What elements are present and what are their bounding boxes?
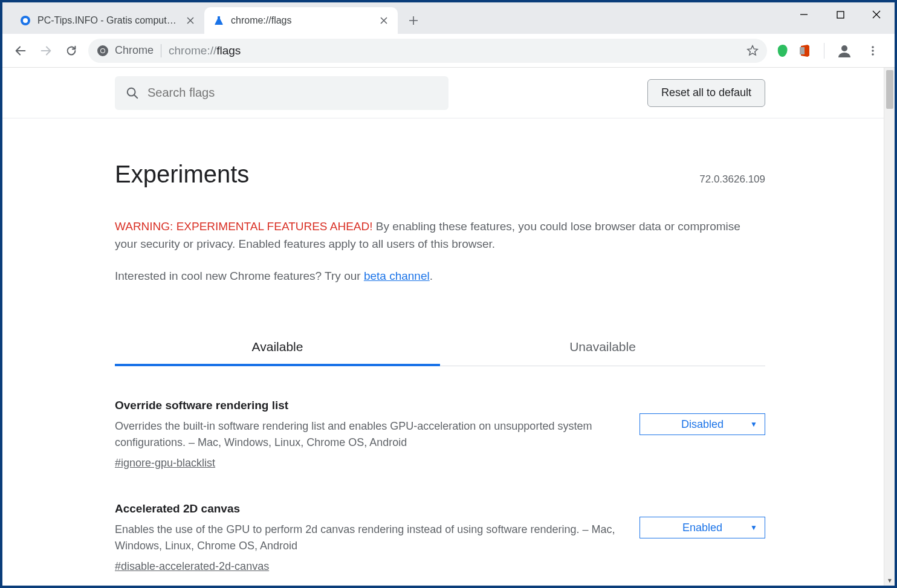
svg-point-9 xyxy=(872,46,874,48)
flag-title: Override software rendering list xyxy=(115,399,621,412)
browser-tab-inactive[interactable]: PC-Tips.INFO - Gratis computer t xyxy=(11,7,204,34)
flag-description: Enables the use of the GPU to perform 2d… xyxy=(115,522,621,554)
browser-window: PC-Tips.INFO - Gratis computer t chrome:… xyxy=(2,2,895,586)
reset-all-button[interactable]: Reset all to default xyxy=(647,79,765,107)
flag-description: Overrides the built-in software renderin… xyxy=(115,418,621,451)
browser-tab-active[interactable]: chrome://flags xyxy=(204,7,398,34)
chrome-menu-button[interactable] xyxy=(861,39,885,63)
tab-title: PC-Tips.INFO - Gratis computer t xyxy=(37,15,180,26)
titlebar: PC-Tips.INFO - Gratis computer t chrome:… xyxy=(2,2,895,34)
flask-icon xyxy=(213,15,225,27)
warning-text: WARNING: EXPERIMENTAL FEATURES AHEAD! By… xyxy=(115,218,765,253)
scroll-down-arrow-icon[interactable]: ▼ xyxy=(884,575,895,586)
omnibox[interactable]: Chrome chrome://flags xyxy=(88,39,767,63)
close-icon[interactable] xyxy=(378,15,389,26)
svg-rect-2 xyxy=(837,11,844,18)
version-label: 72.0.3626.109 xyxy=(699,173,765,186)
separator xyxy=(824,43,824,59)
flags-tabs: Available Unavailable xyxy=(115,330,765,366)
flag-select-value: Disabled xyxy=(681,418,724,431)
profile-avatar-icon[interactable] xyxy=(837,43,852,59)
favicon-icon xyxy=(19,15,31,27)
flag-title: Accelerated 2D canvas xyxy=(115,502,621,515)
close-window-button[interactable] xyxy=(858,2,895,27)
omnibox-chip-label: Chrome xyxy=(115,44,154,57)
chevron-down-icon: ▼ xyxy=(750,523,757,532)
evernote-extension-icon[interactable] xyxy=(776,44,790,58)
search-flags-input[interactable] xyxy=(147,86,438,100)
search-flags-box[interactable] xyxy=(115,76,448,110)
svg-rect-6 xyxy=(800,47,805,54)
beta-channel-text: Interested in cool new Chrome features? … xyxy=(115,270,765,283)
svg-point-11 xyxy=(872,53,874,56)
main-content: Experiments 72.0.3626.109 WARNING: EXPER… xyxy=(2,118,884,573)
svg-point-8 xyxy=(841,45,847,51)
close-icon[interactable] xyxy=(185,15,196,26)
flag-item: Override software rendering list Overrid… xyxy=(115,399,765,470)
vertical-scrollbar[interactable]: ▼ xyxy=(884,68,895,586)
search-icon xyxy=(126,86,139,100)
new-tab-button[interactable] xyxy=(403,10,424,31)
forward-button[interactable] xyxy=(34,39,58,63)
flag-anchor-link[interactable]: #ignore-gpu-blacklist xyxy=(115,457,215,470)
back-button[interactable] xyxy=(8,39,33,63)
page-title: Experiments xyxy=(115,161,249,188)
beta-channel-link[interactable]: beta channel xyxy=(364,270,430,282)
office-extension-icon[interactable] xyxy=(798,44,812,57)
content-area: Reset all to default Experiments 72.0.36… xyxy=(2,68,895,586)
warning-heading: WARNING: EXPERIMENTAL FEATURES AHEAD! xyxy=(115,220,373,233)
omnibox-url: chrome://flags xyxy=(169,44,241,57)
chrome-icon xyxy=(97,45,109,57)
separator xyxy=(161,44,161,57)
chevron-down-icon: ▼ xyxy=(750,420,757,428)
scrollbar-thumb[interactable] xyxy=(886,70,893,109)
bookmark-star-icon[interactable] xyxy=(746,45,759,57)
omnibox-chip: Chrome xyxy=(97,44,154,57)
flag-anchor-link[interactable]: #disable-accelerated-2d-canvas xyxy=(115,560,269,573)
svg-point-10 xyxy=(872,50,874,52)
flag-select[interactable]: Enabled ▼ xyxy=(640,517,765,538)
flag-item: Accelerated 2D canvas Enables the use of… xyxy=(115,502,765,573)
tab-title: chrome://flags xyxy=(231,15,374,26)
maximize-button[interactable] xyxy=(822,2,858,27)
reload-button[interactable] xyxy=(59,39,83,63)
tab-available[interactable]: Available xyxy=(115,330,440,366)
toolbar: Chrome chrome://flags xyxy=(2,34,895,68)
svg-point-1 xyxy=(23,18,28,23)
svg-point-5 xyxy=(101,49,105,53)
flag-select-value: Enabled xyxy=(682,522,722,534)
minimize-button[interactable] xyxy=(786,2,822,27)
flag-select[interactable]: Disabled ▼ xyxy=(640,413,765,435)
extension-icons xyxy=(772,39,889,63)
window-controls xyxy=(786,2,895,27)
content-scroll: Reset all to default Experiments 72.0.36… xyxy=(2,68,884,586)
tab-unavailable[interactable]: Unavailable xyxy=(440,330,765,366)
flags-topbar: Reset all to default xyxy=(2,68,884,118)
